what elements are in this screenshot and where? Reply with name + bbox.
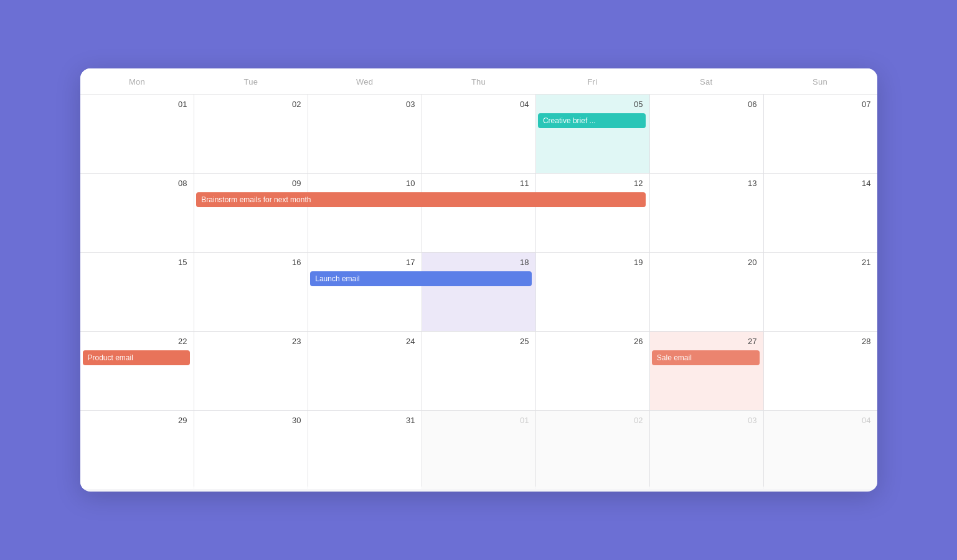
calendar-container: Mon Tue Wed Thu Fri Sat Sun 01 02 03 04 … bbox=[80, 68, 877, 492]
day-header-thu: Thu bbox=[422, 68, 535, 94]
day-09[interactable]: 09 bbox=[194, 174, 308, 252]
day-12[interactable]: 12 bbox=[536, 174, 649, 252]
day-28[interactable]: 28 bbox=[764, 332, 877, 410]
day-25[interactable]: 25 bbox=[422, 332, 535, 410]
day-13[interactable]: 13 bbox=[650, 174, 763, 252]
day-05[interactable]: 05 bbox=[536, 95, 649, 173]
day-08[interactable]: 08 bbox=[80, 174, 194, 252]
day-16[interactable]: 16 bbox=[194, 253, 308, 331]
day-next-03[interactable]: 03 bbox=[650, 411, 763, 489]
day-02[interactable]: 02 bbox=[194, 95, 308, 173]
week-row-1: 01 02 03 04 05 06 07 Creative brief ... bbox=[80, 95, 877, 173]
day-header-fri: Fri bbox=[535, 68, 649, 94]
day-11[interactable]: 11 bbox=[422, 174, 535, 252]
week-row-2: 08 09 10 11 12 13 14 Brainstorm emails f… bbox=[80, 174, 877, 252]
day-24[interactable]: 24 bbox=[308, 332, 422, 410]
day-31[interactable]: 31 bbox=[308, 411, 422, 489]
day-14[interactable]: 14 bbox=[764, 174, 877, 252]
week-row-5: 29 30 31 01 02 03 04 bbox=[80, 411, 877, 489]
day-19[interactable]: 19 bbox=[536, 253, 649, 331]
week-row-4: 22 23 24 25 26 27 28 Product email Sale … bbox=[80, 332, 877, 410]
day-17[interactable]: 17 bbox=[308, 253, 422, 331]
day-30[interactable]: 30 bbox=[194, 411, 308, 489]
day-next-01[interactable]: 01 bbox=[422, 411, 535, 489]
calendar-body: 01 02 03 04 05 06 07 Creative brief ... … bbox=[80, 95, 877, 487]
day-next-02[interactable]: 02 bbox=[536, 411, 649, 489]
day-03[interactable]: 03 bbox=[308, 95, 422, 173]
day-20[interactable]: 20 bbox=[650, 253, 763, 331]
day-26[interactable]: 26 bbox=[536, 332, 649, 410]
day-15[interactable]: 15 bbox=[80, 253, 194, 331]
week-row-3: 15 16 17 18 19 20 21 Launch email bbox=[80, 253, 877, 331]
day-header-wed: Wed bbox=[308, 68, 422, 94]
day-06[interactable]: 06 bbox=[650, 95, 763, 173]
day-header-tue: Tue bbox=[194, 68, 308, 94]
day-07[interactable]: 07 bbox=[764, 95, 877, 173]
day-10[interactable]: 10 bbox=[308, 174, 422, 252]
day-header-mon: Mon bbox=[80, 68, 194, 94]
calendar-header: Mon Tue Wed Thu Fri Sat Sun bbox=[80, 68, 877, 95]
day-18[interactable]: 18 bbox=[422, 253, 535, 331]
day-21[interactable]: 21 bbox=[764, 253, 877, 331]
day-next-04[interactable]: 04 bbox=[764, 411, 877, 489]
day-01[interactable]: 01 bbox=[80, 95, 194, 173]
day-header-sun: Sun bbox=[763, 68, 877, 94]
day-22[interactable]: 22 bbox=[80, 332, 194, 410]
day-header-sat: Sat bbox=[649, 68, 763, 94]
day-29[interactable]: 29 bbox=[80, 411, 194, 489]
day-27[interactable]: 27 bbox=[650, 332, 763, 410]
day-04[interactable]: 04 bbox=[422, 95, 535, 173]
day-23[interactable]: 23 bbox=[194, 332, 308, 410]
